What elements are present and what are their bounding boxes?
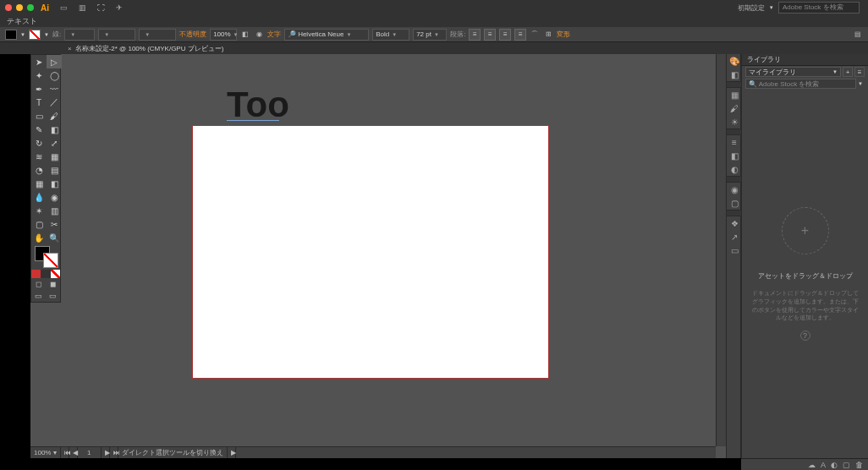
swatches-panel-icon[interactable]: ▦ — [727, 88, 742, 101]
brush-def[interactable] — [139, 29, 176, 41]
fill-dropdown-icon[interactable]: ▼ — [20, 32, 25, 37]
workspace-switcher[interactable]: 初期設定 — [738, 3, 765, 13]
artboard-prev[interactable]: ◀ — [69, 447, 78, 458]
brush-tool[interactable]: 🖌 — [47, 109, 62, 123]
align-left-button[interactable]: ≡ — [469, 29, 481, 41]
font-size-field[interactable]: 72 pt — [413, 29, 447, 41]
transparency-panel-icon[interactable]: ◐ — [727, 162, 742, 176]
type-tool[interactable]: T — [31, 96, 47, 109]
layers-panel-icon[interactable]: ❖ — [727, 216, 742, 230]
opacity-field[interactable]: 100% — [210, 29, 237, 41]
artboard-tool[interactable]: ▢ — [31, 217, 47, 231]
send-icon[interactable]: ✈ — [113, 3, 125, 12]
artboard-number[interactable]: 1 — [78, 447, 102, 458]
align-justify-button[interactable]: ≡ — [514, 29, 526, 41]
normal-screen[interactable]: ◻ — [31, 278, 46, 290]
color-mode-solid[interactable] — [31, 270, 41, 278]
transform-label[interactable]: 変形 — [557, 30, 570, 39]
panel-menu-icon[interactable]: ▤ — [853, 30, 863, 40]
var-width-profile[interactable] — [98, 29, 135, 41]
asset-export-panel-icon[interactable]: ↗ — [727, 230, 742, 243]
add-color-icon[interactable]: ◐ — [831, 461, 838, 469]
align-right-button[interactable]: ≡ — [499, 29, 511, 41]
stock-search-top[interactable]: Adobe Stock を検索 — [778, 2, 860, 14]
font-family-field[interactable]: 🔎Helvetica Neue — [284, 29, 369, 41]
hand-tool[interactable]: ✋ — [31, 231, 47, 244]
shaper-tool[interactable]: ✎ — [31, 123, 47, 136]
library-menu-button[interactable]: ≡ — [854, 67, 865, 77]
appearance-panel-icon[interactable]: ◉ — [727, 183, 742, 196]
curvature-tool[interactable]: 〰 — [47, 82, 62, 96]
hint-next[interactable]: ▶ — [228, 447, 236, 458]
graphic-styles-icon[interactable]: ▢ — [727, 196, 742, 210]
library-search[interactable]: 🔍 Adobe Stock を検索 — [745, 79, 856, 89]
minimize-window[interactable] — [16, 4, 23, 11]
trash-icon[interactable]: 🗑 — [855, 461, 863, 469]
workspace-dropdown-icon[interactable]: ▾ — [770, 4, 773, 11]
style-icon[interactable]: ◧ — [240, 30, 250, 40]
color-picker[interactable] — [31, 244, 60, 270]
artboard-first[interactable]: ⏮ — [61, 447, 69, 458]
pen-tool[interactable]: ✒ — [31, 82, 47, 96]
rectangle-tool[interactable]: ▭ — [31, 109, 47, 123]
color-guide-icon[interactable]: ◧ — [727, 68, 742, 81]
artboard-last[interactable]: ⏭ — [110, 447, 118, 458]
gradient-tool[interactable]: ◧ — [47, 177, 62, 190]
color-panel-icon[interactable]: 🎨 — [727, 54, 742, 68]
shape-builder-tool[interactable]: ◔ — [31, 163, 47, 177]
artboard[interactable] — [193, 126, 548, 378]
selection-tool[interactable]: ➤ — [31, 55, 47, 68]
canvas-area[interactable]: Too 100% ▾ ⏮ ◀ 1 ▶ ⏭ ダイレクト選択ツールを切り換え ▶ — [30, 54, 726, 458]
library-drop-zone[interactable]: + — [782, 207, 829, 254]
library-add-button[interactable]: + — [843, 67, 853, 77]
add-text-style-icon[interactable]: A — [821, 461, 826, 469]
maximize-window[interactable] — [27, 4, 34, 11]
library-search-dd-icon[interactable]: ▼ — [856, 81, 865, 86]
full-screen[interactable]: ◼ — [46, 278, 60, 290]
perspective-tool[interactable]: ▤ — [47, 163, 62, 177]
blend-tool[interactable]: ◉ — [47, 190, 62, 204]
draw-behind[interactable]: ▭ — [46, 290, 60, 302]
gradient-panel-icon[interactable]: ◧ — [727, 149, 742, 162]
lasso-tool[interactable]: ◯ — [47, 68, 62, 82]
recolor-icon[interactable]: ◉ — [254, 30, 264, 40]
artboards-panel-icon[interactable]: ▭ — [727, 243, 742, 257]
opacity-label[interactable]: 不透明度 — [179, 30, 206, 39]
color-mode-gradient[interactable] — [41, 270, 50, 278]
artwork-text[interactable]: Too — [227, 85, 289, 125]
stroke-width-field[interactable] — [64, 29, 95, 41]
artboard-next[interactable]: ▶ — [102, 447, 110, 458]
stroke-swatch[interactable] — [29, 30, 41, 40]
magic-wand-tool[interactable]: ✦ — [31, 68, 47, 82]
free-transform-tool[interactable]: ▦ — [47, 150, 62, 163]
library-tab[interactable]: ライブラリ — [742, 54, 868, 66]
direct-selection-tool[interactable]: ▷ — [47, 55, 62, 68]
align-panel-icon[interactable]: ⊞ — [543, 30, 553, 40]
color-mode-none[interactable] — [51, 270, 60, 278]
width-tool[interactable]: ≋ — [31, 150, 47, 163]
stroke-dropdown-icon[interactable]: ▼ — [44, 32, 49, 37]
eraser-tool[interactable]: ◧ — [47, 123, 62, 136]
char-label[interactable]: 文字 — [267, 30, 281, 39]
envelope-icon[interactable]: ⌒ — [530, 30, 540, 40]
line-tool[interactable]: ／ — [47, 96, 62, 109]
symbols-panel-icon[interactable]: ☀ — [727, 115, 742, 128]
add-graphic-icon[interactable]: ▢ — [843, 461, 850, 469]
slice-tool[interactable]: ✂ — [47, 217, 62, 231]
graph-tool[interactable]: ▥ — [47, 204, 62, 217]
vertical-scrollbar[interactable] — [716, 54, 726, 446]
font-weight-field[interactable]: Bold — [372, 29, 409, 41]
align-center-button[interactable]: ≡ — [484, 29, 496, 41]
scale-tool[interactable]: ⤢ — [47, 136, 62, 150]
arrange-icon[interactable]: ▥ — [76, 3, 88, 12]
symbol-sprayer-tool[interactable]: ✶ — [31, 204, 47, 217]
library-dropdown[interactable]: マイライブラリ▼ — [745, 67, 841, 77]
zoom-tool[interactable]: 🔍 — [47, 231, 62, 244]
stroke-color[interactable] — [43, 253, 58, 268]
document-tab[interactable]: 名称未設定-2* @ 100% (CMYK/GPU プレビュー) — [75, 44, 224, 53]
library-help-icon[interactable]: ? — [800, 331, 810, 341]
cloud-sync-icon[interactable]: ☁ — [808, 461, 816, 469]
close-window[interactable] — [5, 4, 12, 11]
draw-normal[interactable]: ▭ — [31, 290, 46, 302]
fill-swatch[interactable] — [5, 30, 17, 40]
